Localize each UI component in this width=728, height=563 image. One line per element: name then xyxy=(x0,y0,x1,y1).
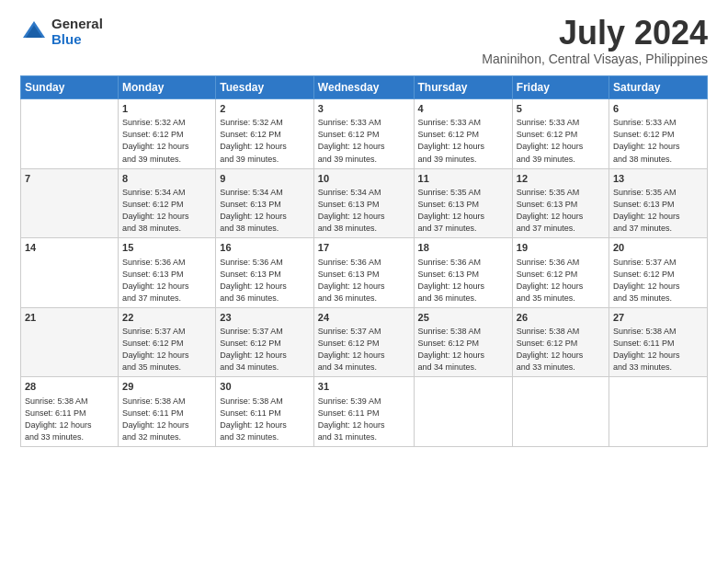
day-number: 23 xyxy=(220,311,310,325)
day-info: Sunrise: 5:34 AM Sunset: 6:13 PM Dayligh… xyxy=(220,187,310,235)
calendar-cell: 30Sunrise: 5:38 AM Sunset: 6:11 PM Dayli… xyxy=(216,377,314,447)
calendar-cell: 9Sunrise: 5:34 AM Sunset: 6:13 PM Daylig… xyxy=(216,168,314,238)
title-block: July 2024 Maninihon, Central Visayas, Ph… xyxy=(482,17,708,66)
day-number: 14 xyxy=(25,241,114,255)
day-info: Sunrise: 5:37 AM Sunset: 6:12 PM Dayligh… xyxy=(318,326,410,373)
calendar-cell: 2Sunrise: 5:32 AM Sunset: 6:12 PM Daylig… xyxy=(216,99,314,169)
day-number: 26 xyxy=(517,311,605,325)
day-number: 31 xyxy=(318,380,410,394)
day-info: Sunrise: 5:33 AM Sunset: 6:12 PM Dayligh… xyxy=(613,117,703,165)
day-number: 19 xyxy=(517,241,605,255)
calendar-cell xyxy=(414,377,512,447)
day-number: 2 xyxy=(220,102,310,116)
day-info: Sunrise: 5:37 AM Sunset: 6:12 PM Dayligh… xyxy=(220,326,310,373)
logo-icon xyxy=(20,18,48,46)
logo-blue: Blue xyxy=(51,32,103,48)
calendar-cell: 25Sunrise: 5:38 AM Sunset: 6:12 PM Dayli… xyxy=(414,307,512,377)
calendar-week-4: 2122Sunrise: 5:37 AM Sunset: 6:12 PM Day… xyxy=(21,307,708,377)
day-info: Sunrise: 5:34 AM Sunset: 6:13 PM Dayligh… xyxy=(318,187,410,235)
header-tuesday: Tuesday xyxy=(216,76,314,99)
calendar-cell: 14 xyxy=(21,238,119,308)
day-info: Sunrise: 5:38 AM Sunset: 6:11 PM Dayligh… xyxy=(613,326,703,373)
day-info: Sunrise: 5:37 AM Sunset: 6:12 PM Dayligh… xyxy=(122,326,211,373)
day-info: Sunrise: 5:33 AM Sunset: 6:12 PM Dayligh… xyxy=(418,117,508,165)
calendar-cell: 16Sunrise: 5:36 AM Sunset: 6:13 PM Dayli… xyxy=(216,238,314,308)
calendar-cell: 12Sunrise: 5:35 AM Sunset: 6:13 PM Dayli… xyxy=(512,168,609,238)
day-number: 8 xyxy=(122,172,211,186)
location-title: Maninihon, Central Visayas, Philippines xyxy=(482,52,708,66)
calendar-cell: 19Sunrise: 5:36 AM Sunset: 6:12 PM Dayli… xyxy=(512,238,609,308)
day-info: Sunrise: 5:33 AM Sunset: 6:12 PM Dayligh… xyxy=(517,117,605,165)
day-info: Sunrise: 5:38 AM Sunset: 6:12 PM Dayligh… xyxy=(418,326,508,373)
day-number: 1 xyxy=(122,102,211,116)
logo: General Blue xyxy=(20,17,103,47)
day-number: 30 xyxy=(220,380,310,394)
calendar-cell: 1Sunrise: 5:32 AM Sunset: 6:12 PM Daylig… xyxy=(119,99,216,169)
calendar-cell: 20Sunrise: 5:37 AM Sunset: 6:12 PM Dayli… xyxy=(609,238,708,308)
calendar-cell: 24Sunrise: 5:37 AM Sunset: 6:12 PM Dayli… xyxy=(313,307,414,377)
calendar-cell: 8Sunrise: 5:34 AM Sunset: 6:12 PM Daylig… xyxy=(119,168,216,238)
day-number: 9 xyxy=(220,172,310,186)
day-number: 20 xyxy=(613,241,703,255)
calendar-cell: 5Sunrise: 5:33 AM Sunset: 6:12 PM Daylig… xyxy=(512,99,609,169)
calendar-cell: 18Sunrise: 5:36 AM Sunset: 6:13 PM Dayli… xyxy=(414,238,512,308)
day-number: 21 xyxy=(25,311,114,325)
day-number: 18 xyxy=(418,241,508,255)
day-number: 29 xyxy=(122,380,211,394)
day-number: 12 xyxy=(517,172,605,186)
day-number: 25 xyxy=(418,311,508,325)
day-number: 22 xyxy=(122,311,211,325)
calendar-week-2: 78Sunrise: 5:34 AM Sunset: 6:12 PM Dayli… xyxy=(21,168,708,238)
day-info: Sunrise: 5:36 AM Sunset: 6:12 PM Dayligh… xyxy=(517,257,605,304)
day-info: Sunrise: 5:38 AM Sunset: 6:11 PM Dayligh… xyxy=(220,396,310,443)
header: General Blue July 2024 Maninihon, Centra… xyxy=(20,17,708,66)
header-sunday: Sunday xyxy=(21,76,119,99)
day-number: 15 xyxy=(122,241,211,255)
day-number: 13 xyxy=(613,172,703,186)
calendar-cell: 21 xyxy=(21,307,119,377)
day-info: Sunrise: 5:38 AM Sunset: 6:11 PM Dayligh… xyxy=(25,396,114,443)
day-info: Sunrise: 5:35 AM Sunset: 6:13 PM Dayligh… xyxy=(517,187,605,235)
calendar-cell: 31Sunrise: 5:39 AM Sunset: 6:11 PM Dayli… xyxy=(313,377,414,447)
day-number: 24 xyxy=(318,311,410,325)
calendar-cell xyxy=(609,377,708,447)
calendar-cell: 22Sunrise: 5:37 AM Sunset: 6:12 PM Dayli… xyxy=(119,307,216,377)
calendar-cell: 11Sunrise: 5:35 AM Sunset: 6:13 PM Dayli… xyxy=(414,168,512,238)
header-friday: Friday xyxy=(512,76,609,99)
calendar-header-row: SundayMondayTuesdayWednesdayThursdayFrid… xyxy=(21,76,708,99)
calendar-cell: 28Sunrise: 5:38 AM Sunset: 6:11 PM Dayli… xyxy=(21,377,119,447)
calendar-cell: 27Sunrise: 5:38 AM Sunset: 6:11 PM Dayli… xyxy=(609,307,708,377)
calendar-cell xyxy=(21,99,119,169)
calendar-cell: 29Sunrise: 5:38 AM Sunset: 6:11 PM Dayli… xyxy=(119,377,216,447)
logo-general: General xyxy=(51,17,103,32)
calendar-cell: 13Sunrise: 5:35 AM Sunset: 6:13 PM Dayli… xyxy=(609,168,708,238)
calendar-cell: 15Sunrise: 5:36 AM Sunset: 6:13 PM Dayli… xyxy=(119,238,216,308)
day-number: 3 xyxy=(318,102,410,116)
day-number: 17 xyxy=(318,241,410,255)
day-info: Sunrise: 5:39 AM Sunset: 6:11 PM Dayligh… xyxy=(318,396,410,443)
header-thursday: Thursday xyxy=(414,76,512,99)
day-number: 7 xyxy=(25,172,114,186)
day-number: 6 xyxy=(613,102,703,116)
calendar-week-1: 1Sunrise: 5:32 AM Sunset: 6:12 PM Daylig… xyxy=(21,99,708,169)
day-info: Sunrise: 5:38 AM Sunset: 6:11 PM Dayligh… xyxy=(122,396,211,443)
calendar-cell: 3Sunrise: 5:33 AM Sunset: 6:12 PM Daylig… xyxy=(313,99,414,169)
calendar-week-3: 1415Sunrise: 5:36 AM Sunset: 6:13 PM Day… xyxy=(21,238,708,308)
day-info: Sunrise: 5:33 AM Sunset: 6:12 PM Dayligh… xyxy=(318,117,410,165)
calendar-cell xyxy=(512,377,609,447)
calendar-cell: 26Sunrise: 5:38 AM Sunset: 6:12 PM Dayli… xyxy=(512,307,609,377)
day-number: 28 xyxy=(25,380,114,394)
day-number: 27 xyxy=(613,311,703,325)
day-info: Sunrise: 5:37 AM Sunset: 6:12 PM Dayligh… xyxy=(613,257,703,304)
header-wednesday: Wednesday xyxy=(313,76,414,99)
day-number: 11 xyxy=(418,172,508,186)
calendar-cell: 6Sunrise: 5:33 AM Sunset: 6:12 PM Daylig… xyxy=(609,99,708,169)
page: General Blue July 2024 Maninihon, Centra… xyxy=(0,0,728,563)
calendar-cell: 23Sunrise: 5:37 AM Sunset: 6:12 PM Dayli… xyxy=(216,307,314,377)
calendar-cell: 4Sunrise: 5:33 AM Sunset: 6:12 PM Daylig… xyxy=(414,99,512,169)
day-info: Sunrise: 5:36 AM Sunset: 6:13 PM Dayligh… xyxy=(318,257,410,304)
day-info: Sunrise: 5:38 AM Sunset: 6:12 PM Dayligh… xyxy=(517,326,605,373)
day-info: Sunrise: 5:32 AM Sunset: 6:12 PM Dayligh… xyxy=(220,117,310,165)
day-number: 4 xyxy=(418,102,508,116)
day-number: 10 xyxy=(318,172,410,186)
